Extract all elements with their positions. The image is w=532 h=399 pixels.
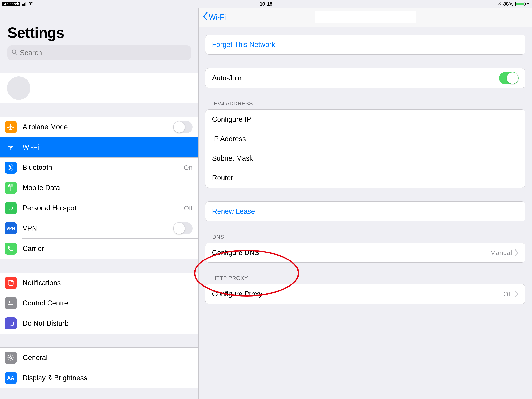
sidebar-item-value: Off <box>184 204 193 212</box>
configure-dns-value: Manual <box>490 249 512 257</box>
forget-network-button[interactable]: Forget This Network <box>205 35 525 54</box>
search-input[interactable] <box>7 45 191 60</box>
network-name-redacted <box>315 12 416 23</box>
charging-icon <box>527 1 530 7</box>
sidebar-item-bluetooth[interactable]: Bluetooth On <box>0 157 198 178</box>
router-label: Router <box>212 174 519 182</box>
router-row[interactable]: Router <box>205 168 525 188</box>
status-back-to-search[interactable]: ◀ Search <box>2 1 20 6</box>
battery-icon <box>515 2 525 6</box>
configure-dns-label: Configure DNS <box>212 249 490 257</box>
back-label: Wi-Fi <box>209 13 226 21</box>
auto-join-row: Auto-Join <box>205 68 525 88</box>
sidebar-item-airplane[interactable]: Airplane Mode <box>0 117 198 137</box>
sidebar-item-general[interactable]: General <box>0 348 198 368</box>
sidebar-item-label: Mobile Data <box>23 184 193 192</box>
gear-icon <box>5 352 17 364</box>
sidebar-item-control-centre[interactable]: Control Centre <box>0 293 198 313</box>
detail-nav-bar: Wi-Fi <box>199 8 532 27</box>
control-centre-icon <box>5 297 17 309</box>
sidebar-item-label: Do Not Disturb <box>23 319 193 328</box>
configure-proxy-value: Off <box>503 290 512 298</box>
sidebar-item-label: VPN <box>23 224 173 232</box>
ipv4-section-header: IPV4 Address <box>212 101 525 107</box>
ip-address-row[interactable]: IP Address <box>205 129 525 149</box>
status-bar: ◀ Search 10:18 88% <box>0 0 532 8</box>
sidebar-item-label: Wi-Fi <box>23 143 193 151</box>
sidebar-item-label: Display & Brightness <box>23 374 193 382</box>
settings-sidebar: Settings Airplane Mode <box>0 8 199 399</box>
sidebar-item-display[interactable]: AA Display & Brightness <box>0 368 198 388</box>
configure-proxy-row[interactable]: Configure Proxy Off <box>205 284 525 304</box>
chevron-left-icon: ◀ <box>3 1 6 6</box>
airplane-icon <box>5 121 17 133</box>
sidebar-item-label: General <box>23 354 193 362</box>
svg-line-1 <box>15 53 17 55</box>
link-icon <box>5 202 17 214</box>
renew-lease-button[interactable]: Renew Lease <box>205 202 525 221</box>
sidebar-item-vpn[interactable]: VPN VPN <box>0 218 198 238</box>
vpn-toggle[interactable] <box>173 222 193 234</box>
search-input-field[interactable] <box>20 49 187 57</box>
sidebar-item-label: Carrier <box>23 245 193 253</box>
sidebar-item-label: Notifications <box>23 279 193 287</box>
sidebar-item-wifi[interactable]: Wi-Fi <box>0 137 198 157</box>
wifi-signal-icon <box>28 1 33 6</box>
antenna-icon <box>5 182 17 194</box>
airplane-toggle[interactable] <box>173 121 193 133</box>
wifi-icon <box>5 141 17 153</box>
account-row[interactable] <box>0 73 198 103</box>
configure-dns-row[interactable]: Configure DNS Manual <box>205 243 525 262</box>
chevron-left-icon <box>203 12 208 22</box>
ip-address-label: IP Address <box>212 135 519 143</box>
text-size-icon: AA <box>5 372 17 384</box>
sidebar-item-label: Control Centre <box>23 299 193 307</box>
configure-proxy-label: Configure Proxy <box>212 290 503 298</box>
svg-point-6 <box>11 303 13 305</box>
status-time: 10:18 <box>260 1 273 7</box>
bluetooth-icon <box>5 161 17 174</box>
sidebar-item-label: Airplane Mode <box>23 123 173 131</box>
auto-join-label: Auto-Join <box>212 74 499 82</box>
subnet-mask-row[interactable]: Subnet Mask <box>205 149 525 168</box>
phone-icon <box>5 243 17 255</box>
chevron-right-icon <box>515 291 519 297</box>
page-title: Settings <box>7 24 191 41</box>
status-back-label: Search <box>7 2 19 6</box>
forget-network-label: Forget This Network <box>212 40 519 49</box>
sidebar-item-notifications[interactable]: Notifications <box>0 273 198 293</box>
auto-join-toggle[interactable] <box>499 72 519 84</box>
moon-icon <box>5 317 17 329</box>
sidebar-item-hotspot[interactable]: Personal Hotspot Off <box>0 198 198 218</box>
dns-section-header: DNS <box>212 234 525 240</box>
configure-ip-row[interactable]: Configure IP <box>205 110 525 129</box>
bluetooth-icon <box>498 1 501 7</box>
sidebar-item-mobile-data[interactable]: Mobile Data <box>0 178 198 198</box>
battery-percent: 88% <box>503 1 513 7</box>
sidebar-item-value: On <box>184 164 193 171</box>
notifications-icon <box>5 277 17 289</box>
sidebar-item-label: Bluetooth <box>23 163 184 172</box>
avatar <box>7 76 30 100</box>
chevron-right-icon <box>515 249 519 256</box>
svg-point-8 <box>10 357 12 359</box>
sidebar-item-carrier[interactable]: Carrier <box>0 238 198 259</box>
detail-pane: Wi-Fi Forget This Network Auto-Join IPV4… <box>199 8 532 399</box>
renew-lease-label: Renew Lease <box>212 207 519 215</box>
sidebar-item-dnd[interactable]: Do Not Disturb <box>0 313 198 334</box>
cellular-signal-icon <box>22 2 26 6</box>
configure-ip-label: Configure IP <box>212 115 519 123</box>
svg-point-4 <box>9 301 10 303</box>
vpn-icon: VPN <box>5 222 17 234</box>
back-button[interactable]: Wi-Fi <box>203 12 226 22</box>
svg-point-3 <box>11 280 14 282</box>
subnet-mask-label: Subnet Mask <box>212 154 519 162</box>
proxy-section-header: HTTP Proxy <box>212 275 525 281</box>
sidebar-item-label: Personal Hotspot <box>23 204 184 212</box>
search-icon <box>12 49 18 57</box>
